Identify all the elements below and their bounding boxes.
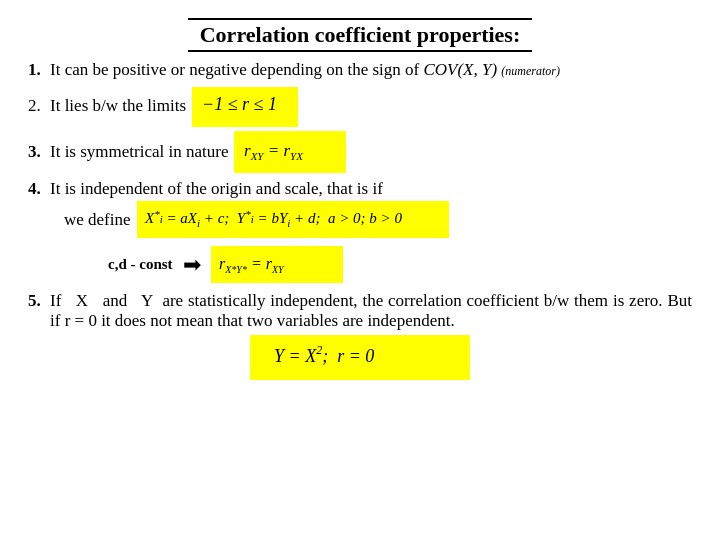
item-3-num: 3. bbox=[28, 140, 50, 165]
item-1-num: 1. bbox=[28, 58, 50, 83]
item-1: 1. It can be positive or negative depend… bbox=[28, 58, 692, 83]
item-3: 3. It is symmetrical in nature rXY = rYX bbox=[28, 131, 692, 173]
item-5-num: 5. bbox=[28, 291, 50, 311]
item-4-line2: we define X*i = aXi + c; Y*i = bYi + d; … bbox=[64, 201, 692, 238]
formula-last-container: Y = X2; r = 0 bbox=[28, 335, 692, 380]
limits-svg: −1 ≤ r ≤ 1 bbox=[200, 90, 290, 118]
formula-limits: −1 ≤ r ≤ 1 bbox=[192, 87, 298, 127]
item-4-line1: 4. It is independent of the origin and s… bbox=[28, 179, 692, 199]
item-4-text1: It is independent of the origin and scal… bbox=[50, 179, 383, 199]
svg-text:rX*Y* = rXY: rX*Y* = rXY bbox=[219, 255, 285, 275]
page: Correlation coefficient properties: 1. I… bbox=[0, 0, 720, 540]
formula-last: Y = X2; r = 0 bbox=[250, 335, 470, 380]
title-section: Correlation coefficient properties: bbox=[28, 18, 692, 52]
item-4: 4. It is independent of the origin and s… bbox=[28, 179, 692, 238]
item-5-text: If X and Y are statistically independent… bbox=[50, 291, 692, 331]
svg-text:−1 ≤ r ≤ 1: −1 ≤ r ≤ 1 bbox=[202, 94, 277, 114]
item-2-num: 2. bbox=[28, 94, 50, 119]
item-3-text: It is symmetrical in nature rXY = rYX bbox=[50, 131, 692, 173]
formula-result: rX*Y* = rXY bbox=[211, 246, 343, 283]
svg-text:rXY = rYX: rXY = rYX bbox=[244, 141, 304, 162]
page-title: Correlation coefficient properties: bbox=[188, 18, 533, 52]
item-2: 2. It lies b/w the limits −1 ≤ r ≤ 1 bbox=[28, 87, 692, 127]
const-label: c,d - const bbox=[108, 256, 173, 273]
item-4-wedefine: we define bbox=[64, 210, 131, 230]
svg-text:X*i = aXi + c;  Y*i = bYi + d;: X*i = aXi + c; Y*i = bYi + d; a > 0; b >… bbox=[144, 208, 402, 229]
svg-text:Y = X2;  r = 0: Y = X2; r = 0 bbox=[274, 343, 374, 366]
const-row: c,d - const ➡ rX*Y* = rXY bbox=[108, 246, 692, 283]
result-svg: rX*Y* = rXY bbox=[217, 248, 337, 276]
last-formula-svg: Y = X2; r = 0 bbox=[270, 339, 450, 371]
arrow-icon: ➡ bbox=[183, 252, 201, 278]
item-1-note: (numerator) bbox=[501, 64, 560, 78]
item-4-num: 4. bbox=[28, 179, 50, 199]
formula-rxy: rXY = rYX bbox=[234, 131, 346, 173]
define-svg: X*i = aXi + c; Y*i = bYi + d; a > 0; b >… bbox=[143, 203, 443, 231]
item-1-text: It can be positive or negative depending… bbox=[50, 58, 692, 83]
item-5: 5. If X and Y are statistically independ… bbox=[28, 291, 692, 380]
item-1-cov: COV(X, Y) bbox=[423, 60, 497, 79]
formula-define: X*i = aXi + c; Y*i = bYi + d; a > 0; b >… bbox=[137, 201, 449, 238]
rxy-svg: rXY = rYX bbox=[242, 134, 338, 164]
item-5-line1: 5. If X and Y are statistically independ… bbox=[28, 291, 692, 331]
item-2-text: It lies b/w the limits −1 ≤ r ≤ 1 bbox=[50, 87, 692, 127]
content-area: 1. It can be positive or negative depend… bbox=[28, 58, 692, 522]
